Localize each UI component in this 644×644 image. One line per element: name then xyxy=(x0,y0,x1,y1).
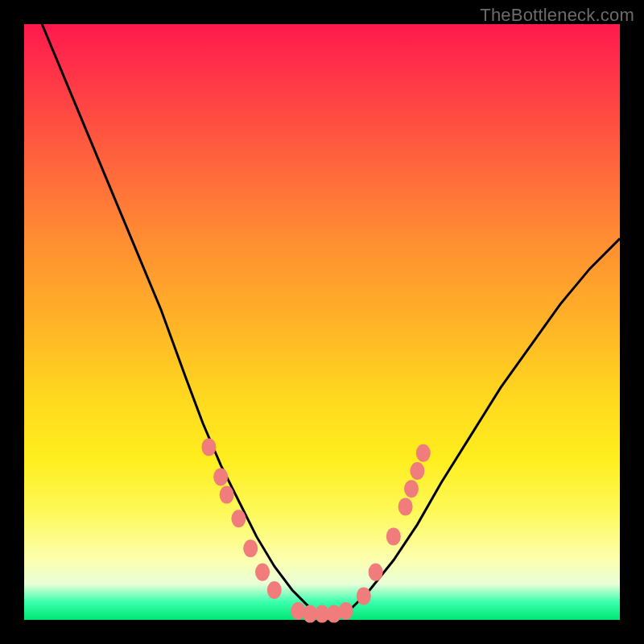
marker-dot xyxy=(213,468,228,485)
marker-dot xyxy=(255,564,270,581)
curve-markers xyxy=(201,438,430,622)
marker-dot xyxy=(201,438,216,456)
marker-dot xyxy=(386,527,401,545)
marker-dot xyxy=(220,486,234,504)
bottleneck-curve xyxy=(42,24,620,614)
marker-dot xyxy=(369,564,383,581)
marker-dot xyxy=(357,587,371,605)
chart-frame: TheBottleneck.com xyxy=(0,0,644,644)
marker-dot xyxy=(339,602,353,620)
watermark-text: TheBottleneck.com xyxy=(480,5,634,26)
marker-dot xyxy=(410,462,424,480)
marker-dot xyxy=(291,602,305,620)
curve-layer xyxy=(24,24,620,620)
marker-dot xyxy=(231,510,246,527)
marker-dot xyxy=(416,444,431,462)
marker-dot xyxy=(267,581,282,599)
marker-dot xyxy=(243,539,258,557)
marker-dot xyxy=(404,480,419,497)
plot-area xyxy=(24,24,620,620)
marker-dot xyxy=(398,497,413,515)
marker-dot xyxy=(327,605,341,623)
